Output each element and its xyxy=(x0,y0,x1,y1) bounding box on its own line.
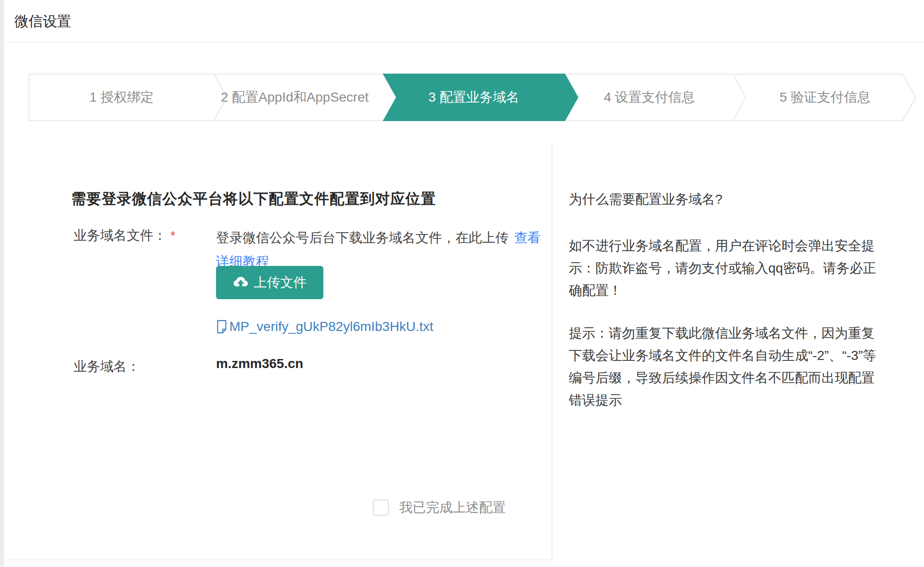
domain-label: 业务域名： xyxy=(74,358,140,376)
section-title: 需要登录微信公众平台将以下配置文件配置到对应位置 xyxy=(71,189,436,209)
uploaded-file-name: MP_verify_gUkP82yl6mIb3HkU.txt xyxy=(229,319,433,334)
step-1-authorization[interactable]: 1 授权绑定 xyxy=(28,74,215,121)
main-panel: 微信设置 1 授权绑定 2 配置AppId和AppSecret 3 配置业务域名… xyxy=(4,0,924,567)
upload-file-button[interactable]: 上传文件 xyxy=(216,266,323,299)
confirm-checkbox[interactable] xyxy=(373,500,389,516)
confirm-checkbox-row: 我已完成上述配置 xyxy=(373,499,506,517)
file-icon xyxy=(216,320,227,334)
upload-instruction-text: 登录微信公众号后台下载业务域名文件，在此上传 xyxy=(216,230,509,245)
confirm-checkbox-label[interactable]: 我已完成上述配置 xyxy=(399,499,506,517)
page-header: 微信设置 xyxy=(4,0,924,43)
step-4-payment-info[interactable]: 4 设置支付信息 xyxy=(565,74,734,121)
domain-file-label-text: 业务域名文件： xyxy=(74,228,167,243)
step-2-appid-appsecret[interactable]: 2 配置AppId和AppSecret xyxy=(216,74,383,121)
help-paragraph-tip: 提示：请勿重复下载此微信业务域名文件，因为重复下载会让业务域名文件的文件名自动生… xyxy=(569,322,886,411)
upload-file-button-label: 上传文件 xyxy=(254,274,307,292)
content-bottom-edge xyxy=(4,559,552,567)
help-title: 为什么需要配置业务域名? xyxy=(569,190,892,208)
step-3-business-domain-active[interactable]: 3 配置业务域名 xyxy=(383,74,565,121)
cloud-upload-icon xyxy=(233,276,249,289)
help-paragraph-warning: 如不进行业务域名配置，用户在评论时会弹出安全提示：防欺诈盗号，请勿支付或输入qq… xyxy=(569,235,886,302)
required-asterisk: * xyxy=(170,228,175,243)
domain-value: m.zmm365.cn xyxy=(216,356,303,371)
domain-file-label: 业务域名文件：* xyxy=(74,227,175,245)
step-5-verify-payment[interactable]: 5 验证支付信息 xyxy=(734,74,916,121)
uploaded-file-link[interactable]: MP_verify_gUkP82yl6mIb3HkU.txt xyxy=(216,317,433,336)
vertical-divider xyxy=(552,142,552,560)
page-title: 微信设置 xyxy=(14,0,71,43)
